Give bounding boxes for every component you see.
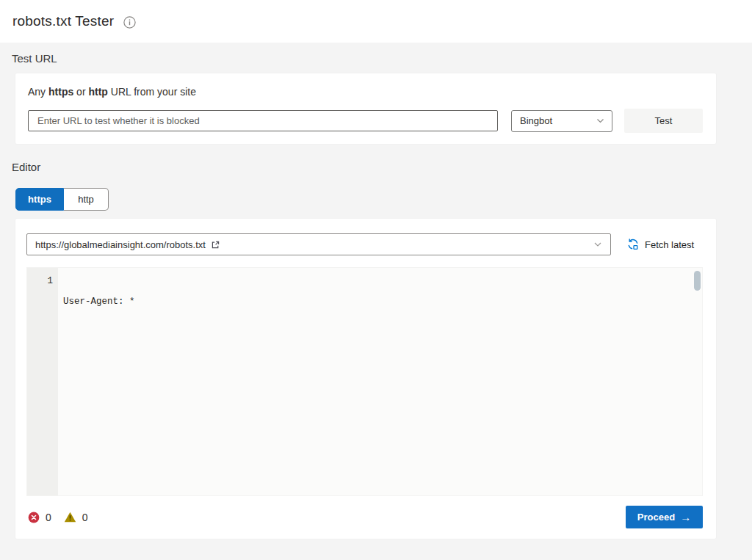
editor-scrollbar[interactable] [693, 268, 702, 495]
chevron-down-icon [593, 239, 603, 250]
editor-card: https://globalmediainsight.com/robots.tx… [15, 219, 716, 539]
prompt-prefix: Any [28, 86, 48, 98]
external-link-icon[interactable] [211, 240, 220, 250]
robots-code-editor[interactable]: 1 User-Agent: * [26, 267, 703, 496]
test-url-card: Any https or http URL from your site Bin… [15, 73, 716, 144]
scrollbar-thumb[interactable] [694, 271, 701, 291]
tab-https[interactable]: https [15, 188, 64, 211]
error-circle-icon [28, 512, 40, 523]
robots-url-value: https://globalmediainsight.com/robots.tx… [35, 239, 206, 250]
test-button[interactable]: Test [624, 109, 703, 133]
code-line: User-Agent: * [63, 297, 693, 307]
test-url-prompt: Any https or http URL from your site [28, 86, 703, 98]
robots-url-row: https://globalmediainsight.com/robots.tx… [15, 233, 716, 255]
prompt-or: or [73, 86, 88, 98]
test-url-input[interactable] [28, 110, 498, 131]
info-icon[interactable] [123, 16, 136, 29]
page-title: robots.txt Tester [12, 13, 114, 29]
prompt-https: https [48, 86, 73, 98]
robots-url-combobox[interactable]: https://globalmediainsight.com/robots.tx… [26, 233, 611, 255]
page-header: robots.txt Tester [0, 0, 752, 43]
fetch-latest-button[interactable]: Fetch latest [627, 239, 694, 250]
editor-status-bar: 0 0 Proceed → [28, 506, 703, 528]
warning-count: 0 [82, 512, 88, 523]
prompt-http: http [88, 86, 107, 98]
bot-dropdown[interactable]: Bingbot [511, 110, 612, 132]
protocol-tabs: https http [15, 188, 752, 211]
main-content: Test URL Any https or http URL from your… [0, 43, 752, 560]
line-number-gutter: 1 [27, 268, 58, 495]
prompt-suffix: URL from your site [108, 86, 196, 98]
test-url-controls: Bingbot Test [28, 109, 703, 133]
code-content[interactable]: User-Agent: * [58, 268, 693, 495]
chevron-down-icon [596, 116, 605, 126]
warning-triangle-icon [64, 512, 76, 523]
test-url-section-label: Test URL [0, 43, 752, 65]
sync-icon [627, 239, 639, 250]
line-number: 1 [27, 276, 53, 286]
tab-http[interactable]: http [64, 188, 109, 211]
fetch-latest-label: Fetch latest [645, 239, 694, 250]
error-count: 0 [46, 512, 51, 523]
bot-dropdown-value: Bingbot [520, 115, 552, 126]
proceed-button[interactable]: Proceed → [626, 506, 703, 528]
arrow-right-icon: → [680, 511, 691, 523]
editor-section-label: Editor [0, 151, 752, 173]
proceed-label: Proceed [637, 512, 675, 523]
